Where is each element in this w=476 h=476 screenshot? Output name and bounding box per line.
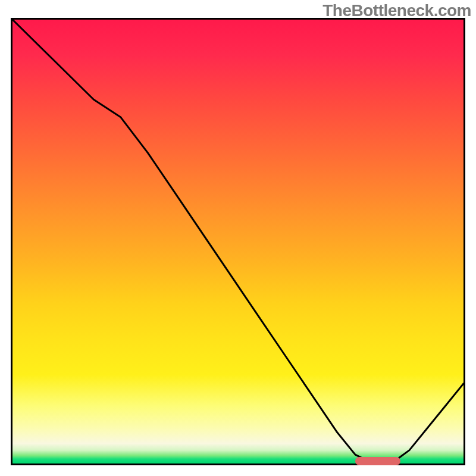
optimal-range-marker <box>355 457 400 465</box>
bottleneck-curve <box>12 20 464 464</box>
chart-area <box>11 18 465 465</box>
